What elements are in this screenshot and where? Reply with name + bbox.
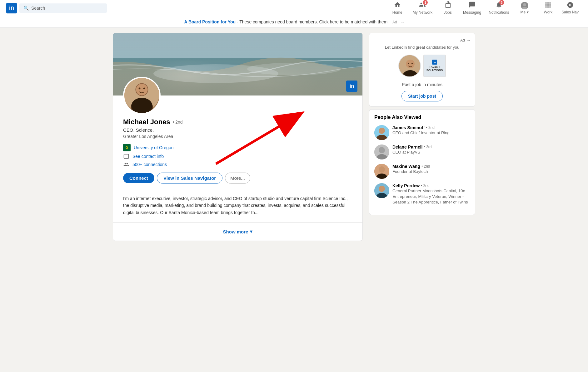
person-avatar-maxine <box>374 164 389 179</box>
nav-home[interactable]: Home <box>386 1 408 15</box>
profile-name-row: Michael Jones • 2nd <box>123 118 352 126</box>
svg-rect-6 <box>548 4 549 6</box>
profile-location: Greater Los Angeles Area <box>123 134 352 139</box>
search-icon: 🔍 <box>23 6 29 11</box>
svg-rect-7 <box>550 4 551 6</box>
svg-point-28 <box>408 63 409 64</box>
svg-point-34 <box>379 147 385 153</box>
more-button[interactable]: More... <box>225 173 250 184</box>
profile-avatar <box>123 77 161 114</box>
linkedin-logo[interactable]: in <box>6 3 17 13</box>
nav-divider <box>538 2 538 14</box>
contact-info-link[interactable]: See contact info <box>132 154 164 159</box>
person-info-james: James Siminoff • 2nd CEO and Chief Inven… <box>392 125 470 136</box>
person-title-james: CEO and Chief Inventor at Ring <box>392 130 470 136</box>
profile-avatar-image <box>124 77 159 113</box>
sidebar-ad-description: Let LinkedIn find great candidates for y… <box>374 45 470 50</box>
person-info-kelly: Kelly Perdew • 2nd General Partner Moons… <box>392 183 470 205</box>
profile-avatar-wrap <box>123 77 161 114</box>
ad-more-icon[interactable]: ··· <box>401 20 404 24</box>
avatar <box>521 2 528 9</box>
nav-jobs[interactable]: Jobs <box>437 1 459 15</box>
svg-point-29 <box>411 63 413 64</box>
svg-rect-10 <box>550 7 551 8</box>
nav-messaging[interactable]: Messaging <box>460 1 484 15</box>
person-item-kelly[interactable]: Kelly Perdew • 2nd General Partner Moons… <box>374 183 470 205</box>
linkedin-in-logo: in <box>432 60 437 65</box>
svg-point-40 <box>379 186 385 192</box>
nav-items: Home 1 My Network Jobs Messaging <box>386 1 582 15</box>
post-job-text: Post a job in minutes <box>374 82 470 87</box>
nav-me-label: Me ▾ <box>521 10 529 14</box>
svg-rect-4 <box>550 2 551 4</box>
messaging-icon <box>469 1 476 10</box>
person-title-delane: CEO at PlayVS <box>392 149 470 155</box>
svg-rect-3 <box>548 2 549 4</box>
person-title-kelly: General Partner Moonshots Capital, 10x E… <box>392 188 470 205</box>
show-more-section: Show more ▾ <box>113 222 362 241</box>
linkedin-watermark: in <box>346 81 357 92</box>
connect-button[interactable]: Connect <box>123 173 154 183</box>
profile-bio: I'm an internet executive, investor, str… <box>123 195 352 216</box>
sidebar-ad-more-icon[interactable]: ··· <box>467 38 470 42</box>
my-network-icon: 1 <box>419 1 426 10</box>
navbar: in 🔍 Home 1 My Network Jobs <box>0 0 588 16</box>
nav-notifications-label: Notifications <box>489 10 509 15</box>
profile-divider <box>123 190 352 190</box>
nav-work[interactable]: Work <box>541 2 556 14</box>
person-name-maxine: Maxine Wang • 2nd <box>392 164 470 169</box>
chevron-down-icon: ▾ <box>250 229 252 234</box>
profile-info: Michael Jones • 2nd CEO, Science. Greate… <box>113 114 362 222</box>
person-degree-james: • 2nd <box>426 125 435 130</box>
svg-rect-9 <box>548 7 549 8</box>
view-in-sales-navigator-button[interactable]: View in Sales Navigator <box>157 173 222 184</box>
ad-banner-link[interactable]: A Board Position for You <box>184 19 236 24</box>
connections-count[interactable]: 500+ connections <box>132 162 167 167</box>
contact-icon <box>123 153 129 159</box>
show-more-button[interactable]: Show more ▾ <box>223 229 253 234</box>
profile-actions: Connect View in Sales Navigator More... <box>123 173 352 184</box>
nav-home-label: Home <box>392 10 402 15</box>
show-more-label: Show more <box>223 229 248 234</box>
svg-rect-5 <box>546 4 547 6</box>
nav-jobs-label: Jobs <box>444 10 451 15</box>
person-title-maxine: Founder at Baytech <box>392 169 470 174</box>
svg-point-31 <box>379 128 385 134</box>
start-job-post-button[interactable]: Start job post <box>401 91 443 101</box>
nav-notifications[interactable]: 3 Notifications <box>486 1 512 15</box>
svg-point-26 <box>406 60 415 68</box>
svg-point-0 <box>523 3 526 6</box>
nav-messaging-label: Messaging <box>463 10 481 15</box>
nav-work-label: Work <box>544 10 553 14</box>
nav-me[interactable]: Me ▾ <box>514 2 536 14</box>
work-grid-icon <box>545 2 551 9</box>
person-item-delane[interactable]: Delane Parnell • 3rd CEO at PlayVS <box>374 144 470 159</box>
nav-my-network[interactable]: 1 My Network <box>410 1 436 15</box>
nav-sales-nav-label: Sales Nav <box>561 10 579 14</box>
person-avatar-james <box>374 125 389 140</box>
sidebar-ad-label: Ad <box>460 38 465 42</box>
person-avatar-kelly <box>374 183 389 198</box>
university-icon: O <box>123 144 131 151</box>
person-name-james: James Siminoff • 2nd <box>392 125 470 130</box>
nav-sales-nav[interactable]: Sales Nav <box>557 2 582 14</box>
jobs-icon <box>444 1 451 10</box>
sidebar-ad-images: in TALENTSOLUTIONS <box>374 55 470 77</box>
contact-item: See contact info <box>123 153 352 159</box>
university-link[interactable]: University of Oregon <box>134 145 174 150</box>
profile-name: Michael Jones <box>123 118 170 126</box>
main-layout: in <box>107 28 481 246</box>
person-degree-kelly: • 2nd <box>421 184 430 188</box>
person-item-james[interactable]: James Siminoff • 2nd CEO and Chief Inven… <box>374 125 470 140</box>
ad-label: Ad <box>392 20 397 24</box>
person-degree-delane: • 3rd <box>424 145 432 149</box>
person-item-maxine[interactable]: Maxine Wang • 2nd Founder at Baytech <box>374 164 470 179</box>
connections-icon <box>123 161 129 168</box>
notifications-badge: 3 <box>499 0 504 5</box>
search-input[interactable] <box>31 6 103 11</box>
person-info-delane: Delane Parnell • 3rd CEO at PlayVS <box>392 144 470 155</box>
profile-title: CEO, Science. <box>123 127 352 133</box>
svg-point-37 <box>379 166 385 173</box>
svg-point-19 <box>139 88 141 90</box>
search-bar[interactable]: 🔍 <box>19 3 107 13</box>
